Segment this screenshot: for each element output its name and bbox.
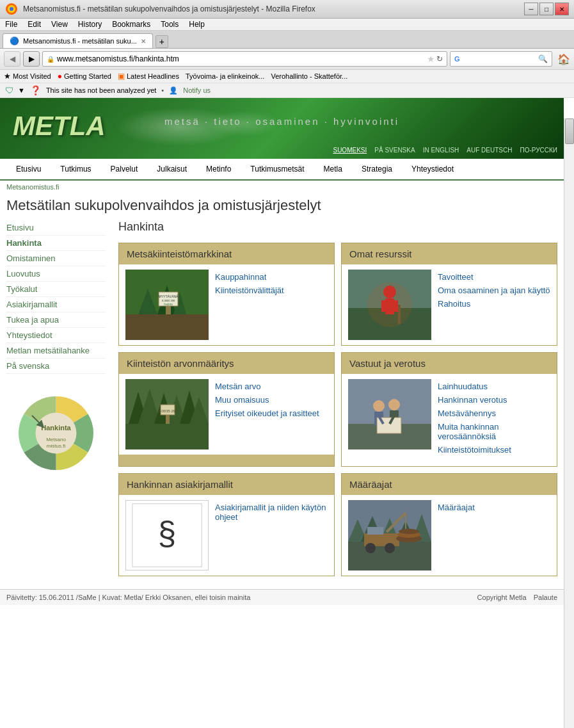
svg-text:§: § bbox=[158, 515, 176, 552]
firefox-icon bbox=[5, 3, 18, 15]
scrollbar-thumb[interactable] bbox=[565, 118, 574, 144]
link-muita-verosäännöksiä[interactable]: Muita hankinnan verosäännöksiä bbox=[438, 422, 550, 441]
link-metsavahennys[interactable]: Metsävähennys bbox=[438, 408, 550, 418]
sidebar-svenska[interactable]: På svenska bbox=[6, 359, 106, 374]
new-tab-button[interactable]: + bbox=[155, 35, 168, 48]
sidebar-tyokalut[interactable]: Työkalut bbox=[6, 282, 106, 297]
bookmark-getting-started[interactable]: ● Getting Started bbox=[58, 72, 111, 81]
view-menu[interactable]: View bbox=[51, 20, 68, 29]
bookmark-verohallinto[interactable]: Verohallinto - Skatteför... bbox=[271, 72, 347, 80]
nav-julkaisut[interactable]: Julkaisut bbox=[147, 159, 196, 179]
category-asiakirjamallit: Hankinnan asiakirjamallit § Asiakirjamal… bbox=[118, 473, 335, 576]
link-metsan-arvo[interactable]: Metsän arvo bbox=[215, 382, 319, 391]
svg-text:MYYTÄVÄNÄ: MYYTÄVÄNÄ bbox=[159, 295, 179, 298]
nav-metinfo[interactable]: Metinfo bbox=[196, 159, 241, 179]
svg-point-57 bbox=[365, 543, 376, 553]
link-kiinteistotoimitukset[interactable]: Kiinteistötoimitukset bbox=[438, 445, 550, 455]
link-tavoitteet[interactable]: Tavoitteet bbox=[438, 272, 550, 282]
window-controls: ─ □ ✕ bbox=[524, 3, 569, 15]
link-erityiset-oikeudet[interactable]: Erityiset oikeudet ja rasitteet bbox=[215, 408, 319, 418]
category-content: Lainhuudatus Hankinnan verotus Metsävähe… bbox=[342, 374, 557, 466]
link-maaraaajat[interactable]: Määräajat bbox=[438, 503, 475, 512]
bookmark-tyovoima[interactable]: Työvoima- ja elinkeinok... bbox=[186, 72, 265, 80]
active-tab[interactable]: 🔵 Metsanomistus.fi - metsätilan suku... … bbox=[3, 33, 153, 48]
nav-strategia[interactable]: Strategia bbox=[352, 159, 402, 179]
bookmark-star[interactable]: ★ bbox=[427, 54, 435, 64]
footer-feedback-link[interactable]: Palaute bbox=[534, 594, 557, 601]
nav-palvelut[interactable]: Palvelut bbox=[101, 159, 148, 179]
link-rahoitus[interactable]: Rahoitus bbox=[438, 299, 550, 309]
sidebar-hankinta[interactable]: Hankinta bbox=[6, 236, 106, 251]
sidebar-luovutus[interactable]: Luovutus bbox=[6, 266, 106, 282]
bookmark-label: Most Visited bbox=[13, 72, 51, 80]
category-row-2: Kiinteistön arvonmääritys bbox=[118, 352, 557, 467]
bookmark-most-visited[interactable]: ★ Most Visited bbox=[4, 72, 51, 81]
tools-menu[interactable]: Tools bbox=[161, 20, 179, 29]
maximize-button[interactable]: □ bbox=[539, 3, 554, 15]
category-header: Omat resurssit bbox=[342, 243, 557, 264]
refresh-button[interactable]: ↻ bbox=[436, 54, 443, 63]
site-footer: Päivitetty: 15.06.2011 /SaMe | Kuvat: Me… bbox=[0, 589, 564, 605]
bookmarks-menu[interactable]: Bookmarks bbox=[112, 20, 150, 29]
category-header: Metsäkiinteistömarkkinat bbox=[119, 243, 334, 264]
nav-yhteystiedot[interactable]: Yhteystiedot bbox=[402, 159, 463, 179]
sidebar-yhteystiedot[interactable]: Yhteystiedot bbox=[6, 328, 106, 343]
link-asiakirjamallit-ohjeet[interactable]: Asiakirjamallit ja niiden käytön ohjeet bbox=[215, 503, 328, 522]
lang-fi[interactable]: SUOMEKSI bbox=[333, 147, 367, 154]
category-row-1: Metsäkiinteistömarkkinat bbox=[118, 243, 557, 346]
lang-sv[interactable]: PÅ SVENSKA bbox=[374, 147, 415, 154]
footer-copyright-link[interactable]: Copyright Metla bbox=[477, 594, 527, 601]
category-content: Määräajat bbox=[342, 495, 557, 576]
bookmark-label: Getting Started bbox=[64, 72, 111, 80]
link-lainhuudatus[interactable]: Lainhuudatus bbox=[438, 382, 550, 391]
link-kauppahinnat[interactable]: Kauppahinnat bbox=[215, 272, 284, 282]
links-maaraaajat: Määräajat bbox=[438, 500, 475, 570]
sidebar-omistaminen[interactable]: Omistaminen bbox=[6, 251, 106, 266]
home-button[interactable]: 🏠 bbox=[557, 53, 570, 65]
category-header: Kiinteistön arvonmääritys bbox=[119, 353, 334, 374]
notify-icon: 👤 bbox=[169, 86, 178, 95]
security-text: This site has not been analyzed yet bbox=[46, 86, 156, 94]
file-menu[interactable]: File bbox=[5, 20, 17, 29]
sidebar-asiakirjamallit[interactable]: Asiakirjamallit bbox=[6, 297, 106, 312]
history-menu[interactable]: History bbox=[78, 20, 102, 29]
category-maaraaajat: Määräajat bbox=[341, 473, 557, 576]
lang-en[interactable]: IN ENGLISH bbox=[423, 147, 459, 154]
breadcrumb-link[interactable]: Metsanomistus.fi bbox=[6, 183, 60, 191]
nav-tutkimusmetsat[interactable]: Tutkimusmetsät bbox=[241, 159, 314, 179]
edit-menu[interactable]: Edit bbox=[28, 20, 41, 29]
main-navigation: Etusivu Tutkimus Palvelut Julkaisut Meti… bbox=[0, 159, 564, 181]
svg-point-58 bbox=[385, 543, 395, 553]
sidebar-tukea[interactable]: Tukea ja apua bbox=[6, 312, 106, 328]
svg-text:Hankinta: Hankinta bbox=[41, 424, 71, 432]
nav-metla[interactable]: Metla bbox=[314, 159, 352, 179]
nav-etusivu[interactable]: Etusivu bbox=[6, 159, 51, 179]
search-bar[interactable]: G 🔍 bbox=[450, 51, 552, 67]
address-bar[interactable]: 🔒 www.metsanomistus.fi/hankinta.htm ★ ↻ bbox=[42, 51, 447, 67]
sidebar-metsatilahanke[interactable]: Metlan metsätilahanke bbox=[6, 343, 106, 359]
forward-button[interactable]: ▶ bbox=[23, 51, 40, 67]
forest-image-2: S-0035 290 bbox=[125, 379, 209, 449]
minimize-button[interactable]: ─ bbox=[524, 3, 538, 15]
section-heading: Hankinta bbox=[118, 220, 557, 234]
link-oma-osaaminen[interactable]: Oma osaaminen ja ajan käyttö bbox=[438, 286, 550, 295]
tab-close-button[interactable]: ✕ bbox=[141, 38, 146, 45]
help-menu[interactable]: Help bbox=[189, 20, 205, 29]
forest-image-1: MYYTÄVÄNÄ S-0000 290 habita bbox=[125, 270, 209, 340]
scrollbar-track[interactable] bbox=[564, 118, 574, 605]
link-muu-omaisuus[interactable]: Muu omaisuus bbox=[215, 395, 319, 405]
nav-tutkimus[interactable]: Tutkimus bbox=[51, 159, 100, 179]
site-header: METLA metsä · tieto · osaaminen · hyvinv… bbox=[0, 98, 564, 159]
category-metsäkiinteistömarkkinat: Metsäkiinteistömarkkinat bbox=[118, 243, 335, 346]
lang-ru[interactable]: ПО-РУССКИ bbox=[520, 147, 557, 154]
notify-link[interactable]: Notify us bbox=[183, 86, 211, 94]
lang-de[interactable]: AUF DEUTSCH bbox=[466, 147, 512, 154]
link-hankinnan-verotus[interactable]: Hankinnan verotus bbox=[438, 395, 550, 405]
browser-titlebar: Metsanomistus.fi - metsätilan sukupolven… bbox=[0, 0, 574, 19]
bookmark-latest-headlines[interactable]: ▣ Latest Headlines bbox=[118, 72, 179, 81]
search-go-button[interactable]: 🔍 bbox=[538, 54, 548, 63]
link-kiinteistonvalittajat[interactable]: Kiinteistönvälittäjät bbox=[215, 286, 284, 295]
close-button[interactable]: ✕ bbox=[555, 3, 569, 15]
back-button[interactable]: ◀ bbox=[4, 51, 20, 67]
sidebar-etusivu[interactable]: Etusivu bbox=[6, 220, 106, 236]
